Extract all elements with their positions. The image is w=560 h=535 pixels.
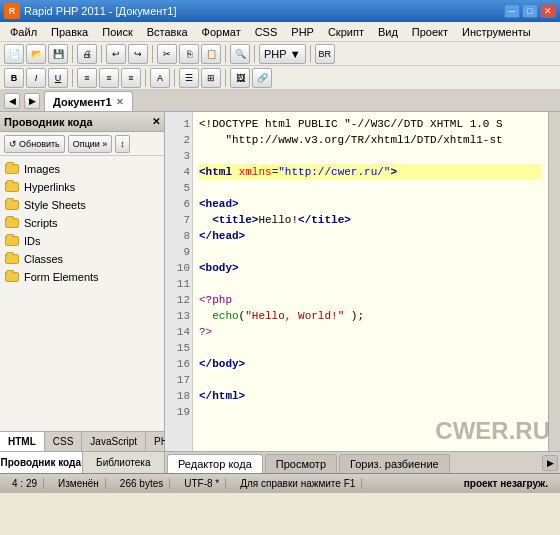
tree-item-hyperlinks[interactable]: Hyperlinks — [0, 178, 164, 196]
toolbar2: B I U ≡ ≡ ≡ A ☰ ⊞ 🖼 🔗 — [0, 66, 560, 90]
align-right-button[interactable]: ≡ — [121, 68, 141, 88]
code-line-9 — [199, 244, 542, 260]
sidebar-tab-библиотека[interactable]: Библиотека — [83, 452, 165, 473]
find-button[interactable]: 🔍 — [230, 44, 250, 64]
underline-button[interactable]: U — [48, 68, 68, 88]
tree-item-style-sheets[interactable]: Style Sheets — [0, 196, 164, 214]
undo-button[interactable]: ↩ — [106, 44, 126, 64]
nav-back-button[interactable]: ◀ — [4, 93, 20, 109]
refresh-icon: ↺ — [9, 139, 17, 149]
menu-item-php[interactable]: PHP — [285, 24, 320, 40]
menu-item-css[interactable]: CSS — [249, 24, 284, 40]
code-line-1: <!DOCTYPE html PUBLIC "-//W3C//DTD XHTML… — [199, 116, 542, 132]
redo-button[interactable]: ↪ — [128, 44, 148, 64]
nav-fwd-button[interactable]: ▶ — [24, 93, 40, 109]
tree-item-scripts[interactable]: Scripts — [0, 214, 164, 232]
type-tab-html[interactable]: HTML — [0, 432, 45, 451]
docbar: ◀ ▶ Документ1 ✕ — [0, 90, 560, 112]
menu-item-поиск[interactable]: Поиск — [96, 24, 138, 40]
document-tab[interactable]: Документ1 ✕ — [44, 91, 133, 111]
folder-icon — [4, 270, 20, 284]
code-explorer-tree: ImagesHyperlinksStyle SheetsScriptsIDsCl… — [0, 156, 164, 431]
file-size: 266 bytes — [114, 478, 170, 489]
separator3 — [152, 45, 153, 63]
code-line-11 — [199, 276, 542, 292]
code-line-2: "http://www.v3.org/TR/xhtml1/DTD/xhtml1-… — [199, 132, 542, 148]
type-tab-css[interactable]: CSS — [45, 432, 83, 451]
folder-icon — [4, 162, 20, 176]
separator5 — [254, 45, 255, 63]
code-line-10: <body> — [199, 260, 542, 276]
new-button[interactable]: 📄 — [4, 44, 24, 64]
refresh-label: Обновить — [19, 139, 60, 149]
list-button[interactable]: ☰ — [179, 68, 199, 88]
menu-item-вид[interactable]: Вид — [372, 24, 404, 40]
menu-item-инструменты[interactable]: Инструменты — [456, 24, 537, 40]
table-button[interactable]: ⊞ — [201, 68, 221, 88]
tree-item-label: Images — [24, 163, 60, 175]
code-line-7: <title>Hello!</title> — [199, 212, 542, 228]
align-left-button[interactable]: ≡ — [77, 68, 97, 88]
editor-tab-просмотр[interactable]: Просмотр — [265, 454, 337, 473]
menu-item-правка[interactable]: Правка — [45, 24, 94, 40]
tree-item-label: Hyperlinks — [24, 181, 75, 193]
type-tab-javascript[interactable]: JavaScript — [82, 432, 146, 451]
tree-item-label: Scripts — [24, 217, 58, 229]
editor-bottom-tabs: Редактор кодаПросмотрГориз. разбиение▶ — [165, 451, 560, 473]
close-button[interactable]: ✕ — [540, 4, 556, 18]
open-button[interactable]: 📂 — [26, 44, 46, 64]
paste-button[interactable]: 📋 — [201, 44, 221, 64]
image-button[interactable]: 🖼 — [230, 68, 250, 88]
code-line-14: ?> — [199, 324, 542, 340]
statusbar: 4 : 29 Изменён 266 bytes UTF-8 * Для спр… — [0, 473, 560, 493]
bold-button[interactable]: B — [4, 68, 24, 88]
sidebar-close-button[interactable]: ✕ — [152, 116, 160, 127]
folder-icon — [4, 252, 20, 266]
minimize-button[interactable]: ─ — [504, 4, 520, 18]
folder-icon — [4, 198, 20, 212]
tree-item-form-elements[interactable]: Form Elements — [0, 268, 164, 286]
editor-tab-редактор-кода[interactable]: Редактор кода — [167, 454, 263, 473]
copy-button[interactable]: ⎘ — [179, 44, 199, 64]
folder-icon — [4, 234, 20, 248]
code-line-6: <head> — [199, 196, 542, 212]
tree-item-ids[interactable]: IDs — [0, 232, 164, 250]
php-label: PHP — [264, 48, 287, 60]
sidebar-tab-проводник-кода[interactable]: Проводник кода — [0, 452, 83, 473]
options-button[interactable]: Опции » — [68, 135, 113, 153]
menu-item-формат[interactable]: Формат — [196, 24, 247, 40]
code-line-15 — [199, 340, 542, 356]
code-line-3 — [199, 148, 542, 164]
refresh-button[interactable]: ↺ Обновить — [4, 135, 65, 153]
php-dropdown[interactable]: PHP ▼ — [259, 44, 306, 64]
menu-item-вставка[interactable]: Вставка — [141, 24, 194, 40]
tree-item-label: Style Sheets — [24, 199, 86, 211]
separator4 — [225, 45, 226, 63]
code-line-5 — [199, 180, 542, 196]
scrollbar[interactable] — [548, 112, 560, 451]
italic-button[interactable]: I — [26, 68, 46, 88]
save-button[interactable]: 💾 — [48, 44, 68, 64]
tree-item-images[interactable]: Images — [0, 160, 164, 178]
editor-tab-гориз.-разбиение[interactable]: Гориз. разбиение — [339, 454, 450, 473]
tree-item-classes[interactable]: Classes — [0, 250, 164, 268]
sort-button[interactable]: ↕ — [115, 135, 130, 153]
menu-item-проект[interactable]: Проект — [406, 24, 454, 40]
menu-item-скрипт[interactable]: Скрипт — [322, 24, 370, 40]
align-center-button[interactable]: ≡ — [99, 68, 119, 88]
titlebar: R Rapid PHP 2011 - [Документ1] ─ □ ✕ — [0, 0, 560, 22]
print-button[interactable]: 🖨 — [77, 44, 97, 64]
menu-item-файл[interactable]: Файл — [4, 24, 43, 40]
br-button[interactable]: BR — [315, 44, 336, 64]
sidebar: Проводник кода ✕ ↺ Обновить Опции » ↕ Im… — [0, 112, 165, 473]
editor-content[interactable]: 12345678910111213141516171819 <!DOCTYPE … — [165, 112, 560, 451]
tab-scroll-button[interactable]: ▶ — [542, 455, 558, 471]
menubar: ФайлПравкаПоискВставкаФорматCSSPHPСкрипт… — [0, 22, 560, 42]
color-button[interactable]: A — [150, 68, 170, 88]
code-editor[interactable]: <!DOCTYPE html PUBLIC "-//W3C//DTD XHTML… — [193, 112, 548, 451]
doc-tab-close[interactable]: ✕ — [116, 97, 124, 107]
link-button[interactable]: 🔗 — [252, 68, 272, 88]
cut-button[interactable]: ✂ — [157, 44, 177, 64]
maximize-button[interactable]: □ — [522, 4, 538, 18]
help-hint: Для справки нажмите F1 — [234, 478, 362, 489]
